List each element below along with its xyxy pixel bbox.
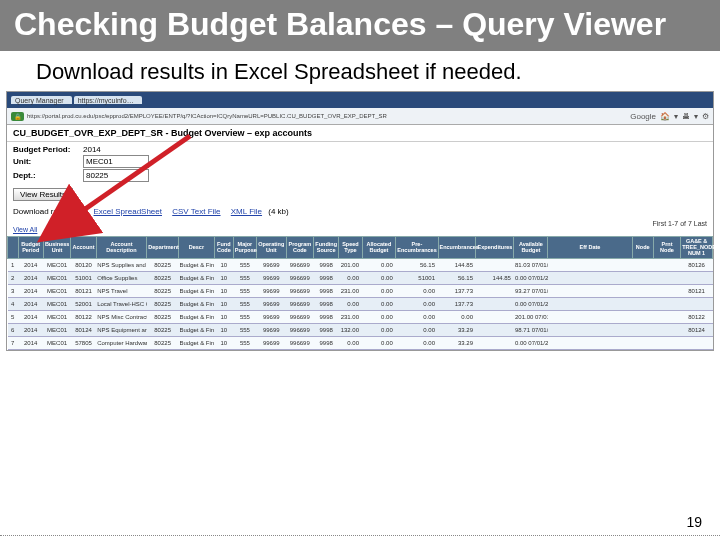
cell: 80225	[147, 337, 179, 350]
col-header: Account Description	[96, 237, 147, 259]
bp-value: 2014	[83, 145, 143, 154]
cell: MEC01	[43, 259, 70, 272]
cell: 144.85	[476, 272, 514, 285]
cell: 80225	[147, 298, 179, 311]
col-header	[8, 237, 19, 259]
view-results-button[interactable]: View Results	[13, 188, 73, 201]
cell: 9998	[314, 272, 339, 285]
col-header: Major Purpose	[233, 237, 256, 259]
cell: Computer Hardware < $1k	[96, 337, 147, 350]
download-excel-link[interactable]: Excel SpreadSheet	[94, 207, 163, 216]
cell	[653, 285, 680, 298]
cell	[653, 324, 680, 337]
cell: 0.00	[339, 298, 362, 311]
cell: Budget & Finance Admin	[178, 285, 214, 298]
cell: 996699	[286, 337, 313, 350]
cell: 996699	[286, 324, 313, 337]
cell: 80122	[681, 311, 713, 324]
cell	[653, 259, 680, 272]
cell: 0.00	[396, 337, 438, 350]
cell: 555	[233, 285, 256, 298]
download-xml-link[interactable]: XML File	[231, 207, 262, 216]
download-csv-link[interactable]: CSV Text File	[172, 207, 220, 216]
cell: 0.00 07/01/2013 80121 150000000 80121	[514, 298, 548, 311]
cell: 996699	[286, 311, 313, 324]
table-row: 52014MEC0180122NPS Misc Contractual Serv…	[8, 311, 713, 324]
tools-icon[interactable]: ⚙	[702, 112, 709, 121]
cell: 80225	[147, 272, 179, 285]
slide-title: Checking Budget Balances – Query Viewer	[0, 0, 720, 51]
cell: 137.73	[438, 285, 476, 298]
cell: 80225	[147, 324, 179, 337]
cell: 80225	[147, 285, 179, 298]
print-icon[interactable]: 🖶	[682, 112, 690, 121]
cell: 9998	[314, 285, 339, 298]
cell: 9998	[314, 259, 339, 272]
cell	[653, 337, 680, 350]
cell: 0.00	[339, 272, 362, 285]
cell: 80124	[681, 324, 713, 337]
cell: 7	[8, 337, 19, 350]
feed-icon[interactable]: ▾	[674, 112, 678, 121]
page-icon[interactable]: ▾	[694, 112, 698, 121]
cell: 555	[233, 298, 256, 311]
cell	[548, 285, 632, 298]
col-header: Department	[147, 237, 179, 259]
table-row: 22014MEC0151001Office Supplies80225Budge…	[8, 272, 713, 285]
home-icon[interactable]: 🏠	[660, 112, 670, 121]
cell: 33.29	[438, 324, 476, 337]
download-row: Download results in : Excel SpreadSheet …	[7, 205, 713, 218]
table-row: 62014MEC0180124NPS Equipment and Acquisi…	[8, 324, 713, 337]
cell: MEC01	[43, 337, 70, 350]
cell: NPS Supplies and Materials	[96, 259, 147, 272]
cell	[681, 298, 713, 311]
cell	[681, 337, 713, 350]
cell: 231.00	[339, 311, 362, 324]
col-header: Budget Period	[18, 237, 43, 259]
browser-tab[interactable]: https://mycuinfo…	[74, 96, 142, 104]
browser-tab[interactable]: Query Manager	[11, 96, 72, 104]
table-row: 42014MEC0152001Local Travel-HSC Grid Tra…	[8, 298, 713, 311]
cell	[632, 298, 653, 311]
cell: 80121	[71, 285, 96, 298]
cell: 2014	[18, 324, 43, 337]
page-content: CU_BUDGET_OVR_EXP_DEPT_SR - Budget Overv…	[7, 125, 713, 350]
cell: 996699	[286, 259, 313, 272]
cell: 57805	[71, 337, 96, 350]
cell: 98.71 07/01/2013 80008	[514, 324, 548, 337]
cell	[476, 311, 514, 324]
cell: 6	[8, 324, 19, 337]
unit-input[interactable]	[83, 155, 149, 168]
dept-input[interactable]	[83, 169, 149, 182]
cell: 56.15	[396, 259, 438, 272]
cell: 0.00	[362, 298, 396, 311]
cell: 80120	[71, 259, 96, 272]
cell	[548, 324, 632, 337]
cell: Budget & Finance Admin	[178, 324, 214, 337]
cell: 555	[233, 259, 256, 272]
cell	[548, 259, 632, 272]
table-row: 72014MEC0157805Computer Hardware < $1k80…	[8, 337, 713, 350]
cell: 0.00	[362, 285, 396, 298]
col-header: Expenditures	[476, 237, 514, 259]
cell: 52001	[71, 298, 96, 311]
url-text[interactable]: https://portal.prod.cu.edu/psc/epprod2/E…	[27, 113, 627, 119]
cell: 201.00	[339, 259, 362, 272]
view-all-link[interactable]: View All	[7, 226, 43, 233]
query-form: Budget Period:2014 Unit: Dept.: View Res…	[7, 142, 713, 205]
cell: 99699	[257, 298, 287, 311]
address-bar: 🔒 https://portal.prod.cu.edu/psc/epprod2…	[7, 108, 713, 125]
cell: 10	[214, 259, 233, 272]
page-number: 19	[686, 514, 702, 530]
cell: 2014	[18, 298, 43, 311]
cell: 231.00	[339, 285, 362, 298]
cell: MEC01	[43, 324, 70, 337]
cell: 0.00	[339, 337, 362, 350]
cell: 555	[233, 272, 256, 285]
cell: Budget & Finance Admin	[178, 298, 214, 311]
cell: 201.00 07/01/2013 80008	[514, 311, 548, 324]
cell: 2014	[18, 337, 43, 350]
cell	[632, 272, 653, 285]
cell: 56.15	[438, 272, 476, 285]
col-header: Operating Unit	[257, 237, 287, 259]
